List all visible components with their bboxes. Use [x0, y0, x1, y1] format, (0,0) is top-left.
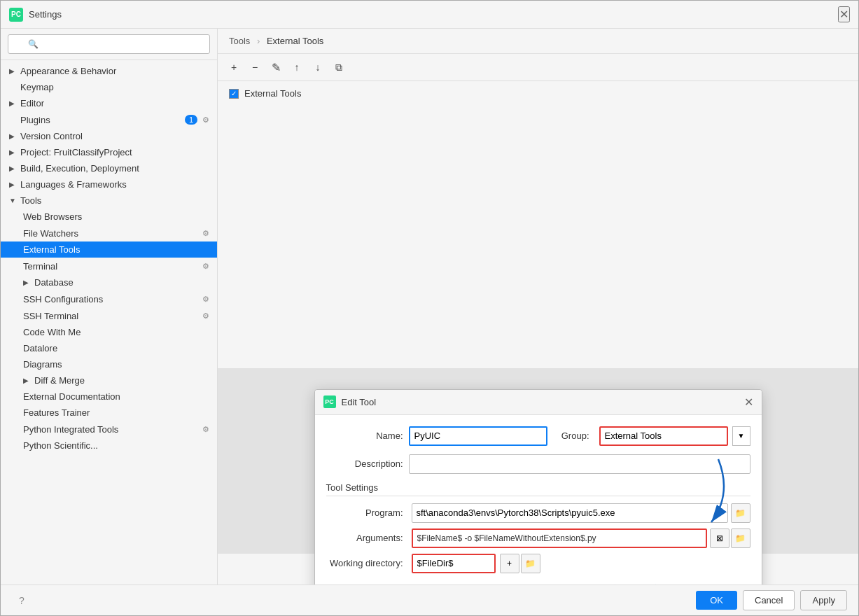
sidebar-item-ssh-configurations[interactable]: SSH Configurations ⚙ [1, 290, 217, 307]
arrow-icon: ▶ [9, 99, 18, 107]
args-insert-button[interactable]: 📁 [731, 528, 750, 548]
sidebar-item-external-tools[interactable]: External Tools [1, 241, 217, 258]
sidebar-item-build[interactable]: ▶ Build, Execution, Deployment [1, 160, 217, 176]
settings-icon: ⚙ [200, 424, 211, 435]
group-input-wrapper: ▼ [599, 426, 750, 446]
sidebar-item-label: Diagrams [23, 359, 211, 370]
sidebar-item-label: Build, Execution, Deployment [20, 163, 211, 174]
settings-icon: ⚙ [200, 310, 211, 321]
breadcrumb: Tools › External Tools [218, 29, 858, 54]
sidebar-item-label: Python Scientific... [23, 440, 211, 451]
sidebar-item-languages[interactable]: ▶ Languages & Frameworks [1, 176, 217, 192]
sidebar-item-label: External Documentation [23, 391, 211, 402]
sidebar-item-diff-merge[interactable]: ▶ Diff & Merge [1, 372, 217, 388]
sidebar-item-web-browsers[interactable]: Web Browsers [1, 209, 217, 225]
sidebar-item-database[interactable]: ▶ Database [1, 274, 217, 290]
settings-window: PC Settings ✕ ▶ Appearance & Behavior Ke… [0, 0, 859, 616]
modal-overlay: PC Edit Tool ✕ Name: Group: [218, 368, 858, 554]
group-input[interactable] [599, 426, 728, 446]
sidebar-item-datalore[interactable]: Datalore [1, 340, 217, 356]
sidebar-item-ssh-terminal[interactable]: SSH Terminal ⚙ [1, 307, 217, 324]
sidebar-item-editor[interactable]: ▶ Editor [1, 95, 217, 111]
sidebar-item-label: SSH Configurations [23, 294, 197, 304]
program-browse-button[interactable]: 📁 [731, 503, 750, 523]
bottom-apply-button[interactable]: Apply [800, 590, 847, 610]
breadcrumb-current: External Tools [267, 36, 323, 46]
modal-close-button[interactable]: ✕ [744, 396, 753, 409]
sidebar-item-python-integrated-tools[interactable]: Python Integrated Tools ⚙ [1, 421, 217, 438]
arrow-icon: ▶ [9, 181, 18, 188]
args-expand-button[interactable]: ⊠ [710, 528, 729, 548]
arrow-icon: ▶ [23, 279, 32, 286]
sidebar-item-project[interactable]: ▶ Project: FruitClassifyProject [1, 144, 217, 160]
modal-titlebar: PC Edit Tool ✕ [315, 390, 762, 415]
name-input[interactable] [409, 426, 547, 446]
arguments-row: Arguments: ⊠ 📁 [326, 528, 750, 548]
search-input[interactable] [8, 34, 210, 54]
sidebar-item-plugins[interactable]: Plugins 1 ⚙ [1, 111, 217, 128]
sidebar-item-label: Editor [20, 98, 211, 108]
bottom-ok-button[interactable]: OK [696, 591, 737, 610]
description-input[interactable] [409, 454, 750, 474]
program-input[interactable] [412, 503, 728, 523]
sidebar-item-label: Diff & Merge [34, 375, 211, 386]
sidebar-item-label: Appearance & Behavior [20, 66, 211, 76]
arrow-icon: ▶ [9, 67, 18, 75]
sidebar-tree: ▶ Appearance & Behavior Keymap ▶ Editor … [1, 60, 217, 584]
bottom-cancel-button[interactable]: Cancel [743, 590, 795, 610]
sidebar-item-diagrams[interactable]: Diagrams [1, 356, 217, 372]
arrow-icon: ▶ [9, 148, 18, 156]
add-button[interactable]: + [225, 58, 243, 76]
sidebar-item-file-watchers[interactable]: File Watchers ⚙ [1, 225, 217, 241]
bottom-help-button[interactable]: ? [12, 591, 32, 610]
sidebar-item-label: File Watchers [23, 228, 197, 239]
sidebar-item-external-documentation[interactable]: External Documentation [1, 388, 217, 405]
sidebar-item-label: Tools [20, 195, 211, 206]
window-title: Settings [29, 9, 838, 20]
remove-button[interactable]: − [246, 58, 264, 76]
sidebar-item-appearance[interactable]: ▶ Appearance & Behavior [1, 63, 217, 79]
external-tools-checkbox[interactable]: ✓ [229, 89, 239, 99]
app-icon: PC [9, 8, 23, 22]
sidebar-item-keymap[interactable]: Keymap [1, 79, 217, 95]
bottom-bar: ? OK Cancel Apply [1, 584, 858, 615]
move-up-button[interactable]: ↑ [288, 58, 306, 76]
workdir-buttons: + 📁 [500, 554, 540, 573]
sidebar-item-code-with-me[interactable]: Code With Me [1, 324, 217, 340]
sidebar-item-tools[interactable]: ▼ Tools [1, 192, 217, 209]
close-button[interactable]: ✕ [838, 6, 850, 22]
workdir-browse-button[interactable]: 📁 [521, 554, 540, 573]
modal-app-icon: PC [323, 396, 336, 408]
program-label: Program: [326, 507, 403, 518]
panel-content: ✓ External Tools [218, 81, 858, 340]
search-box [1, 29, 217, 60]
sidebar-item-terminal[interactable]: Terminal ⚙ [1, 258, 217, 274]
sidebar-item-label: Version Control [20, 131, 211, 141]
group-dropdown-button[interactable]: ▼ [732, 426, 750, 446]
sidebar-item-features-trainer[interactable]: Features Trainer [1, 405, 217, 421]
breadcrumb-path: Tools [229, 36, 250, 46]
description-label: Description: [326, 458, 403, 469]
settings-icon: ⚙ [200, 227, 211, 239]
move-down-button[interactable]: ↓ [309, 58, 327, 76]
settings-icon: ⚙ [200, 260, 211, 272]
advanced-section: ▼ Advanced Options ✓ Synchronize files a… [326, 582, 596, 585]
blue-annotation: 这里的路径主要是找到pyuic5.exe的位置 我找博客的时候有些就和我的不一样… [610, 582, 750, 585]
workdir-add-button[interactable]: + [500, 554, 519, 573]
sidebar-item-label: Python Integrated Tools [23, 424, 197, 435]
plugins-badge: 1 [185, 115, 197, 125]
sidebar-item-python-scientific[interactable]: Python Scientific... [1, 438, 217, 454]
arguments-input[interactable] [412, 528, 707, 548]
modal-title: Edit Tool [342, 397, 744, 407]
workdir-input[interactable] [412, 554, 496, 573]
sidebar-item-version-control[interactable]: ▶ Version Control [1, 128, 217, 144]
description-row: Description: [326, 454, 750, 474]
external-tools-label: External Tools [244, 88, 301, 99]
blue-note-1: 这里的路径主要是找到pyuic5.exe的位置 [610, 582, 750, 585]
sidebar-item-label: Features Trainer [23, 407, 211, 418]
edit-button[interactable]: ✎ [267, 58, 285, 76]
workdir-row: Working directory: + 📁 [326, 554, 750, 573]
sidebar-item-label: Plugins [20, 115, 182, 125]
sidebar-item-label: Code With Me [23, 327, 211, 337]
copy-button[interactable]: ⧉ [330, 58, 348, 76]
